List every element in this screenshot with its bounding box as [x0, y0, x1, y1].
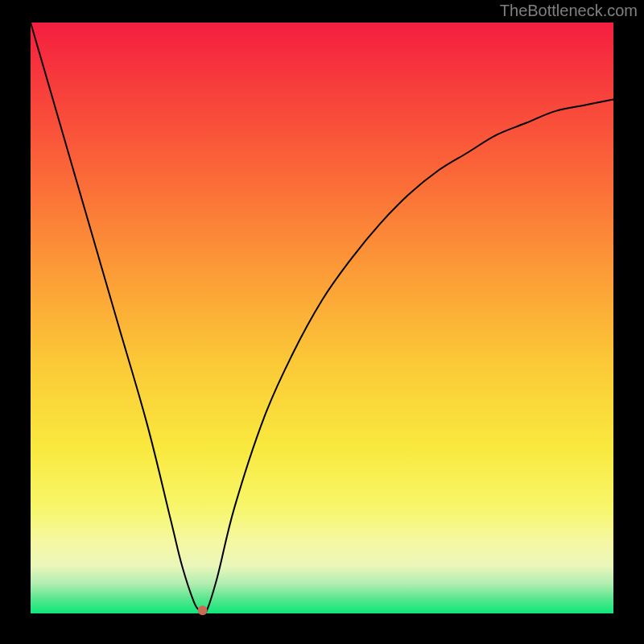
- curve-layer: [31, 23, 613, 613]
- plot-area: [31, 23, 613, 613]
- bottleneck-curve: [31, 23, 613, 616]
- chart-frame: TheBottleneck.com: [0, 0, 644, 644]
- minimum-marker: [198, 605, 208, 615]
- watermark-label: TheBottleneck.com: [500, 2, 638, 20]
